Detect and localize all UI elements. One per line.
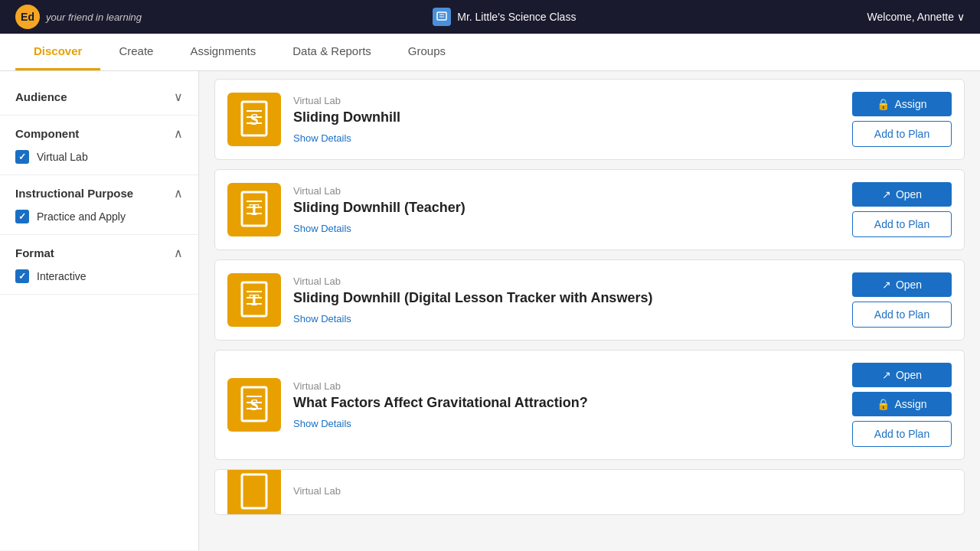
sidebar: Audience ∨ Component ∧ Virtual Lab Instr… (0, 71, 199, 550)
results-area: S Virtual Lab Sliding Downhill Show Deta… (199, 71, 980, 550)
card-3-content: Virtual Lab Sliding Downhill (Digital Le… (293, 276, 840, 324)
checkbox-interactive-box[interactable] (15, 269, 29, 283)
checkbox-practice-apply-label: Practice and Apply (37, 210, 126, 223)
assign-button-1[interactable]: 🔒 Assign (852, 92, 952, 116)
open-button-4[interactable]: ↗ Open (852, 363, 952, 387)
checkbox-practice-apply[interactable]: Practice and Apply (15, 210, 183, 223)
icon-letter-1: S (250, 111, 258, 129)
card-2-show-details[interactable]: Show Details (293, 223, 351, 234)
card-4-show-details[interactable]: Show Details (293, 418, 351, 429)
card-4-type: Virtual Lab (293, 380, 840, 392)
add-to-plan-button-1[interactable]: Add to Plan (852, 121, 952, 147)
filter-component-body: Virtual Lab (15, 150, 183, 164)
card-digital-lesson-tracker: T Virtual Lab Sliding Downhill (Digital … (214, 259, 965, 341)
filter-audience-title: Audience (15, 90, 67, 103)
card-3-show-details[interactable]: Show Details (293, 313, 351, 324)
card-partial-bottom: Virtual Lab (214, 469, 965, 515)
user-menu[interactable]: Welcome, Annette ∨ (867, 11, 965, 23)
lock-icon-4: 🔒 (877, 398, 890, 410)
svg-rect-19 (242, 474, 266, 508)
logo[interactable]: Ed your friend in learning (15, 5, 142, 29)
card-sliding-downhill: S Virtual Lab Sliding Downhill Show Deta… (214, 79, 965, 160)
icon-letter-3: T (249, 292, 259, 309)
filter-component-header[interactable]: Component ∧ (15, 126, 183, 141)
checkbox-virtual-lab-box[interactable] (15, 150, 29, 164)
assign-button-4[interactable]: 🔒 Assign (852, 392, 952, 416)
filter-component-title: Component (15, 127, 79, 140)
card-1-type: Virtual Lab (293, 95, 840, 106)
filter-instructional-purpose-header[interactable]: Instructional Purpose ∧ (15, 186, 183, 201)
open-icon-2: ↗ (882, 188, 891, 201)
lock-icon: 🔒 (877, 98, 890, 110)
open-icon-3: ↗ (882, 279, 891, 291)
card-2-content: Virtual Lab Sliding Downhill (Teacher) S… (293, 185, 840, 234)
filter-audience: Audience ∨ (0, 79, 198, 116)
card-icon-tracker: T (227, 273, 281, 327)
filter-format-body: Interactive (15, 269, 183, 283)
add-to-plan-button-2[interactable]: Add to Plan (852, 211, 952, 237)
card-5-content: Virtual Lab (293, 485, 952, 500)
nav-data-reports[interactable]: Data & Reports (274, 34, 390, 70)
card-5-type: Virtual Lab (293, 485, 952, 497)
page-layout: Audience ∨ Component ∧ Virtual Lab Instr… (0, 71, 980, 550)
card-1-title: Sliding Downhill (293, 109, 840, 126)
nav-groups[interactable]: Groups (390, 34, 464, 70)
card-icon-gravity: S (227, 378, 281, 432)
checkbox-virtual-lab[interactable]: Virtual Lab (15, 150, 183, 164)
checkbox-practice-apply-box[interactable] (15, 210, 29, 223)
user-chevron-icon: ∨ (957, 11, 965, 23)
card-2-title: Sliding Downhill (Teacher) (293, 200, 840, 216)
main-nav: Discover Create Assignments Data & Repor… (0, 34, 980, 71)
checkbox-interactive-label: Interactive (37, 270, 87, 282)
nav-create[interactable]: Create (100, 34, 172, 70)
card-2-type: Virtual Lab (293, 185, 840, 197)
card-icon-partial (227, 469, 281, 515)
filter-format-header[interactable]: Format ∧ (15, 246, 183, 260)
filter-instructional-purpose-title: Instructional Purpose (15, 187, 133, 200)
card-4-title: What Factors Affect Gravitational Attrac… (293, 395, 840, 411)
card-icon-sliding-downhill: S (227, 93, 281, 146)
instructional-purpose-chevron-icon: ∧ (174, 186, 183, 201)
card-4-actions: ↗ Open 🔒 Assign Add to Plan (852, 363, 952, 447)
class-name: Mr. Little's Science Class (457, 11, 576, 23)
class-icon (433, 8, 451, 26)
card-3-title: Sliding Downhill (Digital Lesson Tracker… (293, 290, 840, 306)
filter-format: Format ∧ Interactive (0, 235, 198, 295)
svg-rect-0 (437, 12, 446, 20)
nav-assignments[interactable]: Assignments (172, 34, 274, 70)
open-icon-4: ↗ (882, 369, 891, 381)
logo-badge: Ed (15, 5, 40, 29)
card-icon-teacher: T (227, 183, 281, 236)
filter-audience-header[interactable]: Audience ∨ (15, 90, 183, 104)
audience-chevron-icon: ∨ (174, 90, 183, 104)
filter-instructional-purpose-body: Practice and Apply (15, 210, 183, 223)
card-1-show-details[interactable]: Show Details (293, 132, 351, 144)
format-chevron-icon: ∧ (174, 246, 183, 260)
icon-letter-2: T (249, 201, 259, 219)
card-4-content: Virtual Lab What Factors Affect Gravitat… (293, 380, 840, 429)
filter-instructional-purpose: Instructional Purpose ∧ Practice and App… (0, 175, 198, 235)
open-button-2[interactable]: ↗ Open (852, 182, 952, 207)
class-selector[interactable]: Mr. Little's Science Class (433, 8, 576, 26)
add-to-plan-button-3[interactable]: Add to Plan (852, 302, 952, 328)
card-2-actions: ↗ Open Add to Plan (852, 182, 952, 237)
logo-tagline: your friend in learning (46, 11, 142, 23)
filter-format-title: Format (15, 246, 54, 259)
open-button-3[interactable]: ↗ Open (852, 272, 952, 297)
icon-letter-4: S (250, 396, 258, 414)
card-gravitational-attraction: S Virtual Lab What Factors Affect Gravit… (214, 350, 965, 460)
add-to-plan-button-4[interactable]: Add to Plan (852, 421, 952, 447)
card-1-actions: 🔒 Assign Add to Plan (852, 92, 952, 147)
component-chevron-icon: ∧ (174, 126, 183, 141)
welcome-text: Welcome, Annette (867, 11, 954, 23)
card-3-actions: ↗ Open Add to Plan (852, 272, 952, 328)
card-1-content: Virtual Lab Sliding Downhill Show Detail… (293, 95, 840, 144)
filter-component: Component ∧ Virtual Lab (0, 116, 198, 175)
nav-discover[interactable]: Discover (15, 34, 100, 70)
checkbox-interactive[interactable]: Interactive (15, 269, 183, 283)
checkbox-virtual-lab-label: Virtual Lab (37, 151, 88, 163)
card-3-type: Virtual Lab (293, 276, 840, 287)
topbar: Ed your friend in learning Mr. Little's … (0, 0, 980, 34)
card-sliding-downhill-teacher: T Virtual Lab Sliding Downhill (Teacher)… (214, 169, 965, 250)
